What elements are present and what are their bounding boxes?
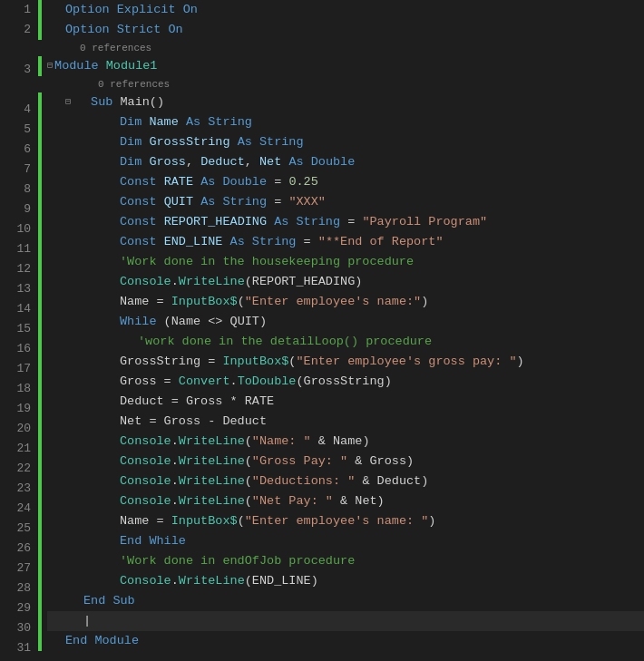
ref-line-1: 0 references: [47, 40, 644, 56]
code-line-23: Console.WriteLine("Deductions: " & Deduc…: [47, 471, 644, 491]
code-line-26: End While: [47, 531, 644, 551]
code-line-12: 'Work done in the housekeeping procedure: [47, 252, 644, 272]
ln-1: 1: [24, 0, 31, 20]
ref-line-2: 0 references: [47, 76, 644, 92]
code-line-14: Name = InputBox$("Enter employee's name:…: [47, 292, 644, 312]
ln-28: 28: [16, 578, 31, 598]
ln-6: 6: [24, 140, 31, 160]
code-line-8: Const RATE As Double = 0.25: [47, 172, 644, 192]
code-line-7: Dim Gross, Deduct, Net As Double: [47, 152, 644, 172]
collapse-icon-sub[interactable]: ⊟: [65, 92, 71, 112]
code-line-4: ⊟Sub Main(): [47, 92, 644, 112]
ln-11: 11: [16, 239, 31, 259]
code-line-25: Name = InputBox$("Enter employee's name:…: [47, 511, 644, 531]
ln-4: 4: [24, 100, 31, 120]
code-line-21: Console.WriteLine("Name: " & Name): [47, 432, 644, 452]
ln-8: 8: [24, 180, 31, 199]
ln-12: 12: [16, 259, 31, 279]
code-line-13: Console.WriteLine(REPORT_HEADING): [47, 272, 644, 292]
ln-7: 7: [24, 160, 31, 180]
ln-21: 21: [16, 439, 31, 459]
ln-27: 27: [16, 559, 31, 578]
code-line-28: Console.WriteLine(END_LINE): [47, 571, 644, 591]
ln-16: 16: [16, 339, 31, 359]
ln-20: 20: [16, 419, 31, 439]
code-line-2: Option Strict On: [47, 20, 644, 40]
code-line-20: Net = Gross - Deduct: [47, 412, 644, 432]
ln-14: 14: [16, 299, 31, 319]
ln-17: 17: [16, 359, 31, 379]
ln-22: 22: [16, 459, 31, 479]
ln-15: 15: [16, 319, 31, 339]
code-line-10: Const REPORT_HEADING As String = "Payrol…: [47, 212, 644, 232]
code-line-17: GrossString = InputBox$("Enter employee'…: [47, 352, 644, 372]
code-line-5: Dim Name As String: [47, 112, 644, 132]
code-line-24: Console.WriteLine("Net Pay: " & Net): [47, 491, 644, 511]
ln-25: 25: [16, 519, 31, 539]
collapse-icon-module[interactable]: ⊟: [47, 56, 53, 76]
code-line-3: ⊟Module Module1: [47, 56, 644, 76]
ln-2: 2: [24, 20, 31, 40]
code-line-19: Deduct = Gross * RATE: [47, 392, 644, 412]
code-line-31: End Module: [47, 631, 644, 651]
ln-5: 5: [24, 120, 31, 140]
ln-30: 30: [16, 618, 31, 638]
code-content[interactable]: Option Explicit On Option Strict On 0 re…: [42, 0, 644, 661]
code-line-29: End Sub: [47, 591, 644, 611]
code-line-30[interactable]: |: [47, 611, 644, 631]
ln-3: 3: [24, 60, 31, 80]
code-line-16: 'work done in the detailLoop() procedure: [47, 332, 644, 352]
code-line-6: Dim GrossString As String: [47, 132, 644, 152]
code-line-22: Console.WriteLine("Gross Pay: " & Gross): [47, 452, 644, 471]
ln-29: 29: [16, 598, 31, 618]
code-line-27: 'Work done in endOfJob procedure: [47, 551, 644, 571]
ln-10: 10: [16, 219, 31, 239]
code-editor: 1 2 3 4 5 6 7 8 9 10 11 12 13 14 15 16 1…: [0, 0, 644, 661]
code-line-1: Option Explicit On: [47, 0, 644, 20]
code-line-11: Const END_LINE As String = "**End of Rep…: [47, 232, 644, 252]
ln-31: 31: [16, 638, 31, 658]
ln-19: 19: [16, 399, 31, 419]
ln-9: 9: [24, 199, 31, 219]
line-numbers: 1 2 3 4 5 6 7 8 9 10 11 12 13 14 15 16 1…: [0, 0, 38, 661]
code-line-15: While (Name <> QUIT): [47, 312, 644, 332]
code-line-18: Gross = Convert.ToDouble(GrossString): [47, 372, 644, 392]
ln-13: 13: [16, 279, 31, 299]
code-line-9: Const QUIT As String = "XXX": [47, 192, 644, 212]
ln-23: 23: [16, 479, 31, 499]
ln-18: 18: [16, 379, 31, 399]
ln-24: 24: [16, 499, 31, 519]
ln-26: 26: [16, 539, 31, 559]
